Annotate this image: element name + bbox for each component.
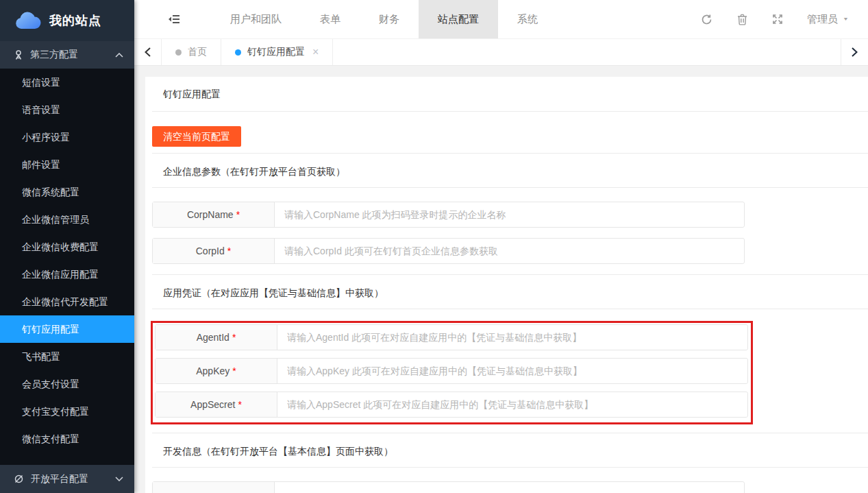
sidebar: 我的站点 第三方配置 短信设置 语音设置 小程序设置 邮件设置 微信系统配置 企… xyxy=(0,0,134,493)
brand-title: 我的站点 xyxy=(49,12,101,29)
fullscreen-icon[interactable] xyxy=(765,6,791,32)
sidebar-item-wecom-charge[interactable]: 企业微信收费配置 xyxy=(0,233,134,261)
user-menu[interactable]: 管理员 ▼ xyxy=(800,13,849,26)
required-mark: * xyxy=(236,209,240,220)
nav-item-system[interactable]: 系统 xyxy=(498,0,557,38)
header-actions: 管理员 ▼ xyxy=(693,6,849,32)
nav-item-finance[interactable]: 财务 xyxy=(360,0,419,38)
sidebar-item-wechat-system[interactable]: 微信系统配置 xyxy=(0,178,134,206)
chevron-down-icon xyxy=(115,477,123,481)
caret-down-icon: ▼ xyxy=(843,16,849,22)
section-title-dev-info: 开发信息（在钉钉开放平台【基本信息】页面中获取） xyxy=(145,433,868,467)
collapse-menu-icon[interactable] xyxy=(162,7,186,32)
app-root: 我的站点 第三方配置 短信设置 语音设置 小程序设置 邮件设置 微信系统配置 企… xyxy=(0,0,868,493)
divider xyxy=(152,467,868,468)
section-title-corp-info: 企业信息参数（在钉钉开放平台首页获取） xyxy=(145,154,868,187)
sidebar-item-voice[interactable]: 语音设置 xyxy=(0,96,134,123)
user-name: 管理员 xyxy=(807,13,838,26)
chevron-up-icon xyxy=(115,53,123,58)
sidebar-item-wecom-admin[interactable]: 企业微信管理员 xyxy=(0,206,134,233)
tab-home[interactable]: 首页 xyxy=(162,39,221,65)
sidebar-group-third-party[interactable]: 第三方配置 xyxy=(0,41,134,69)
annotation-highlight-box: AgentId * AppKey * App xyxy=(151,321,753,424)
nav-item-forms[interactable]: 表单 xyxy=(301,0,360,38)
form-field-agentid: AgentId * xyxy=(155,324,748,350)
refresh-icon[interactable] xyxy=(693,6,719,32)
sidebar-item-alipay[interactable]: 支付宝支付配置 xyxy=(0,398,134,425)
cloud-logo-icon xyxy=(15,12,41,29)
config-card: 钉钉应用配置 清空当前页配置 企业信息参数（在钉钉开放平台首页获取） CorpN… xyxy=(145,77,868,493)
field-label: AppSecret * xyxy=(156,392,277,417)
sidebar-item-sms[interactable]: 短信设置 xyxy=(0,69,134,96)
user-key-icon xyxy=(14,50,23,60)
circle-slash-icon xyxy=(14,474,24,484)
tab-label: 钉钉应用配置 xyxy=(247,46,305,58)
divider xyxy=(152,111,868,112)
dev-info-input[interactable] xyxy=(275,482,744,493)
sidebar-item-wechat-pay[interactable]: 微信支付配置 xyxy=(0,425,134,453)
field-label-text: CorpName xyxy=(187,209,234,220)
form-field-partial xyxy=(152,481,745,493)
corpname-input[interactable] xyxy=(275,202,744,227)
field-label: AgentId * xyxy=(156,325,277,350)
sidebar-item-member-pay[interactable]: 会员支付设置 xyxy=(0,370,134,398)
clear-config-button[interactable]: 清空当前页配置 xyxy=(152,126,241,147)
form-field-corpname: CorpName * xyxy=(152,202,745,228)
form-field-appkey: AppKey * xyxy=(155,358,748,384)
nav-item-users-teams[interactable]: 用户和团队 xyxy=(211,0,301,38)
form-field-appsecret: AppSecret * xyxy=(155,392,748,418)
tab-bar: 首页 钉钉应用配置 × xyxy=(134,39,868,66)
section-title-app-credentials: 应用凭证（在对应应用【凭证与基础信息】中获取） xyxy=(145,275,868,309)
top-navigation: 用户和团队 表单 财务 站点配置 系统 xyxy=(211,0,557,38)
tab-label: 首页 xyxy=(188,46,207,58)
field-label: CorpName * xyxy=(153,202,275,227)
field-label: AppKey * xyxy=(156,359,277,383)
required-mark: * xyxy=(232,332,236,343)
field-label-text: AppSecret xyxy=(190,399,235,410)
divider xyxy=(152,309,868,309)
form-field-corpid: CorpId * xyxy=(152,238,745,264)
sidebar-item-feishu[interactable]: 飞书配置 xyxy=(0,343,134,370)
main-area: 用户和团队 表单 财务 站点配置 系统 xyxy=(134,0,868,493)
top-header: 用户和团队 表单 财务 站点配置 系统 xyxy=(134,0,868,39)
field-label-text: AppKey xyxy=(196,365,230,376)
sidebar-item-mail[interactable]: 邮件设置 xyxy=(0,151,134,178)
sidebar-group-label: 第三方配置 xyxy=(30,49,108,61)
sidebar-item-miniprogram[interactable]: 小程序设置 xyxy=(0,123,134,151)
sidebar-menu: 短信设置 语音设置 小程序设置 邮件设置 微信系统配置 企业微信管理员 企业微信… xyxy=(0,69,134,465)
field-label: CorpId * xyxy=(153,239,275,263)
tabs-scroll-right-icon[interactable] xyxy=(841,39,868,65)
field-label xyxy=(153,482,275,493)
required-mark: * xyxy=(227,245,231,256)
sidebar-item-wecom-dev[interactable]: 企业微信代开发配置 xyxy=(0,288,134,315)
page-title: 钉钉应用配置 xyxy=(145,77,868,111)
trash-icon[interactable] xyxy=(729,6,755,32)
tab-dot xyxy=(175,49,182,56)
agentid-input[interactable] xyxy=(277,325,747,350)
sidebar-item-dingtalk-app[interactable]: 钉钉应用配置 xyxy=(0,315,134,343)
sidebar-group-label: 开放平台配置 xyxy=(31,473,108,485)
tab-dingtalk-config[interactable]: 钉钉应用配置 × xyxy=(221,39,333,65)
divider xyxy=(152,187,868,188)
brand-logo: 我的站点 xyxy=(0,0,134,41)
appsecret-input[interactable] xyxy=(277,392,747,417)
field-label-text: AgentId xyxy=(197,332,230,343)
required-mark: * xyxy=(232,365,236,376)
field-label-text: CorpId xyxy=(196,245,225,256)
appkey-input[interactable] xyxy=(277,359,747,383)
corpid-input[interactable] xyxy=(275,239,744,263)
content-area: 钉钉应用配置 清空当前页配置 企业信息参数（在钉钉开放平台首页获取） CorpN… xyxy=(134,66,868,493)
tab-dot xyxy=(235,49,241,56)
sidebar-item-wecom-app[interactable]: 企业微信应用配置 xyxy=(0,261,134,288)
sidebar-group-open-platform[interactable]: 开放平台配置 xyxy=(0,465,134,493)
close-icon[interactable]: × xyxy=(312,47,319,58)
nav-item-site-config[interactable]: 站点配置 xyxy=(419,0,498,38)
tabs-scroll-left-icon[interactable] xyxy=(134,39,162,65)
required-mark: * xyxy=(238,399,241,410)
